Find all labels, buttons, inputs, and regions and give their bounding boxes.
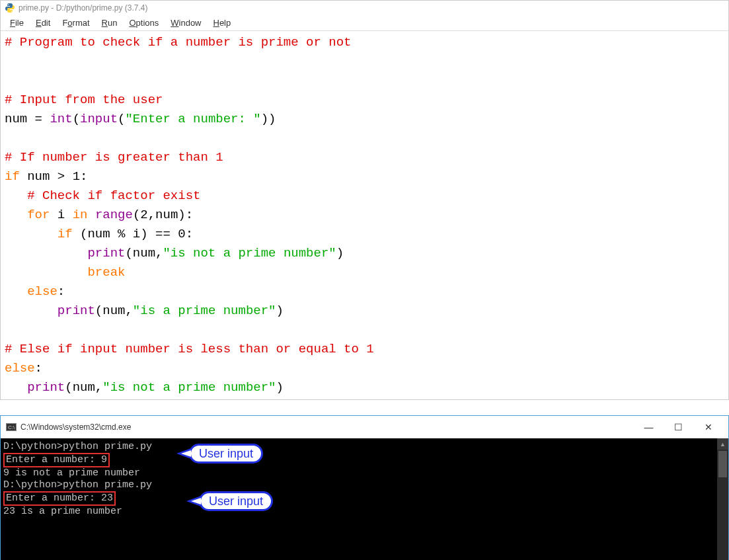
code-token: (num % i) == 0: — [73, 227, 193, 241]
svg-point-1 — [11, 11, 12, 11]
menu-window[interactable]: Window — [165, 17, 206, 29]
close-button[interactable]: ✕ — [693, 419, 723, 436]
menu-options[interactable]: Options — [124, 17, 164, 29]
menu-help[interactable]: Help — [208, 17, 237, 29]
code-token — [5, 380, 27, 395]
idle-editor-window: prime.py - D:/python/prime.py (3.7.4) Fi… — [0, 0, 729, 400]
code-token: num = — [5, 112, 50, 126]
cmd-scrollbar[interactable]: ▲ — [717, 438, 728, 560]
code-token — [87, 208, 95, 222]
code-token: print — [87, 246, 125, 260]
cmd-icon: C:\ — [6, 423, 17, 431]
code-token: num > 1: — [20, 169, 88, 184]
code-token: in — [73, 208, 88, 222]
code-token: if — [58, 227, 73, 241]
code-token: (2,num): — [133, 208, 193, 222]
minimize-button[interactable]: — — [634, 419, 664, 436]
code-token: ) — [276, 303, 284, 318]
svg-point-0 — [8, 4, 9, 5]
code-line: # Else if input number is less than or e… — [5, 342, 374, 356]
highlighted-input: Enter a number: 23 — [3, 491, 116, 506]
code-token: "is a prime number" — [133, 303, 276, 318]
code-token: ) — [276, 380, 284, 395]
code-token: ( — [73, 112, 80, 126]
code-token: (num, — [65, 380, 102, 395]
code-token: break — [87, 265, 125, 280]
code-token: print — [58, 303, 95, 318]
window-controls: — ☐ ✕ — [634, 419, 723, 436]
code-editor[interactable]: # Program to check if a number is prime … — [1, 30, 728, 399]
cmd-line: D:\python>python prime.py — [3, 441, 714, 453]
callout-annotation: User input — [199, 491, 273, 511]
code-line: # Program to check if a number is prime … — [5, 35, 352, 50]
code-token: (num, — [125, 246, 163, 260]
code-token: )) — [261, 112, 276, 126]
idle-window-title: prime.py - D:/python/prime.py (3.7.4) — [19, 3, 147, 13]
menu-run[interactable]: Run — [96, 17, 123, 29]
cmd-window: C:\ C:\Windows\system32\cmd.exe — ☐ ✕ D:… — [0, 415, 729, 560]
cmd-terminal[interactable]: D:\python>python prime.pyEnter a number:… — [1, 438, 717, 560]
code-token: print — [27, 380, 65, 395]
code-token: for — [27, 208, 50, 222]
cmd-line: 9 is not a prime number — [3, 467, 714, 479]
python-icon — [5, 3, 15, 13]
code-token: "is not a prime number" — [102, 380, 276, 395]
highlighted-input: Enter a number: 9 — [3, 453, 110, 467]
menu-format[interactable]: Format — [57, 17, 95, 29]
code-line: # If number is greater than 1 — [5, 150, 223, 165]
code-token: int — [50, 112, 72, 126]
code-token: i — [50, 208, 72, 222]
code-token: if — [5, 169, 20, 184]
maximize-button[interactable]: ☐ — [664, 419, 693, 436]
code-token — [5, 265, 87, 280]
cmd-window-title: C:\Windows\system32\cmd.exe — [20, 422, 131, 432]
callout-annotation: User input — [189, 444, 263, 463]
code-token: (num, — [95, 303, 133, 318]
menu-edit[interactable]: Edit — [30, 17, 56, 29]
code-line: # Input from the user — [5, 93, 163, 107]
idle-menubar: File Edit Format Run Options Window Help — [1, 15, 728, 30]
cmd-line: 23 is a prime number — [3, 506, 714, 518]
code-token — [5, 227, 58, 241]
code-token — [5, 284, 27, 299]
code-token: ) — [336, 246, 344, 260]
code-token: ( — [118, 112, 125, 126]
code-line: # Check if factor exist — [5, 188, 200, 203]
scroll-up-arrow-icon[interactable]: ▲ — [717, 438, 728, 450]
code-token: range — [95, 208, 133, 222]
code-token — [5, 246, 87, 260]
menu-file[interactable]: File — [5, 17, 29, 29]
cmd-line: Enter a number: 23 — [3, 491, 714, 506]
code-token: "is not a prime number" — [163, 246, 336, 260]
code-token: : — [58, 284, 65, 299]
scroll-thumb[interactable] — [718, 451, 727, 477]
code-token: else — [5, 361, 35, 376]
code-token: : — [35, 361, 42, 376]
code-token — [5, 208, 27, 222]
code-token: else — [27, 284, 58, 299]
cmd-line: Enter a number: 9 — [3, 453, 714, 467]
cmd-titlebar[interactable]: C:\ C:\Windows\system32\cmd.exe — ☐ ✕ — [1, 416, 728, 438]
code-token — [5, 303, 58, 318]
cmd-line: D:\python>python prime.py — [3, 479, 714, 491]
idle-titlebar[interactable]: prime.py - D:/python/prime.py (3.7.4) — [1, 1, 728, 15]
code-token: input — [80, 112, 118, 126]
code-token: "Enter a number: " — [125, 112, 260, 126]
